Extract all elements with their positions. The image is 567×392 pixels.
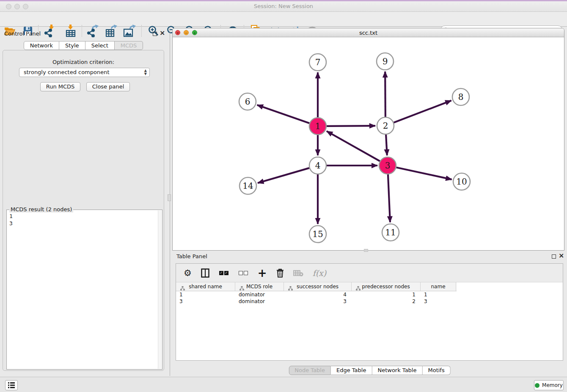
graph-node-2[interactable]: 2 bbox=[377, 117, 394, 134]
graph-node-4[interactable]: 4 bbox=[309, 157, 326, 174]
panel-divider bbox=[170, 28, 170, 376]
edge-3-1[interactable] bbox=[327, 131, 380, 161]
tab-mcds[interactable]: MCDS bbox=[115, 41, 143, 50]
mcds-result-group: MCDS result (2 nodes) 13 bbox=[6, 210, 162, 370]
graph-node-8[interactable]: 8 bbox=[452, 88, 469, 105]
plus-icon: + bbox=[258, 268, 267, 278]
graph-node-11[interactable]: 11 bbox=[382, 224, 399, 241]
table-cell[interactable]: dominator bbox=[235, 298, 284, 305]
close-table-panel-icon[interactable]: × bbox=[559, 252, 564, 259]
run-mcds-button[interactable]: Run MCDS bbox=[40, 82, 80, 91]
table-cell[interactable]: 1 bbox=[352, 291, 421, 298]
column-header-predecessor-nodes[interactable]: predecessor nodes bbox=[352, 282, 421, 291]
edge-4-14[interactable] bbox=[258, 168, 309, 183]
graph-node-7[interactable]: 7 bbox=[309, 54, 326, 71]
delete-table-button[interactable] bbox=[293, 267, 303, 279]
window-accent-strip bbox=[0, 0, 567, 1]
edge-1-2[interactable] bbox=[327, 126, 375, 126]
node-label: 11 bbox=[385, 227, 396, 237]
result-scrollbar[interactable] bbox=[158, 210, 162, 369]
node-label: 9 bbox=[383, 56, 388, 66]
network-canvas[interactable]: 1234678910111415 bbox=[173, 37, 564, 250]
node-label: 6 bbox=[245, 97, 250, 107]
tab-select[interactable]: Select bbox=[85, 41, 115, 50]
node-table: shared nameMCDS rolesuccessor nodesprede… bbox=[176, 282, 457, 305]
table-row[interactable]: 3dominator323 bbox=[176, 298, 457, 305]
graph-node-9[interactable]: 9 bbox=[377, 53, 394, 70]
column-header-shared-name[interactable]: shared name bbox=[176, 282, 235, 291]
edge-2-8[interactable] bbox=[394, 101, 451, 123]
edge-3-11[interactable] bbox=[388, 174, 390, 222]
column-header-successor-nodes[interactable]: successor nodes bbox=[284, 282, 352, 291]
checked-box-icon: ✓ bbox=[224, 271, 228, 275]
tab-network[interactable]: Network bbox=[24, 41, 59, 50]
node-label: 4 bbox=[315, 160, 321, 171]
table-cell[interactable]: 4 bbox=[284, 291, 352, 298]
show-panels-button[interactable] bbox=[5, 380, 18, 390]
node-label: 14 bbox=[242, 181, 253, 191]
table-cell[interactable]: 1 bbox=[421, 291, 456, 298]
edge-1-6[interactable] bbox=[257, 105, 310, 123]
graph-node-15[interactable]: 15 bbox=[309, 226, 326, 243]
table-cell[interactable]: 1 bbox=[176, 291, 235, 298]
graph-node-1[interactable]: 1 bbox=[309, 118, 326, 135]
graph-node-6[interactable]: 6 bbox=[239, 93, 256, 110]
node-label: 8 bbox=[458, 92, 464, 102]
graph-node-3[interactable]: 3 bbox=[379, 157, 396, 174]
function-icon: f(x) bbox=[313, 268, 327, 278]
edge-2-3[interactable] bbox=[386, 135, 387, 155]
select-all-rows-button[interactable]: ✓✓ bbox=[219, 267, 229, 279]
column-header-name[interactable]: name bbox=[421, 282, 456, 291]
edge-2-9[interactable] bbox=[385, 72, 385, 117]
vertical-splitter-handle[interactable] bbox=[168, 194, 171, 201]
graph-node-10[interactable]: 10 bbox=[453, 173, 470, 190]
add-column-button[interactable]: + bbox=[258, 267, 267, 279]
table-panel-title: Table Panel bbox=[176, 253, 207, 259]
float-table-panel-icon[interactable] bbox=[552, 254, 556, 259]
criterion-dropdown[interactable]: strongly connected component ▲▼ bbox=[19, 68, 150, 77]
node-table-container: ⚙ ✓✓ + bbox=[176, 263, 563, 361]
network-window-titlebar[interactable]: × − + scc.txt bbox=[173, 28, 564, 37]
tab-network-table[interactable]: Network Table bbox=[372, 366, 422, 375]
main-toolbar bbox=[0, 12, 567, 27]
memory-button[interactable]: Memory bbox=[534, 380, 564, 390]
window-title: Session: New Session bbox=[0, 3, 567, 9]
tab-style[interactable]: Style bbox=[59, 41, 85, 50]
trash-icon bbox=[276, 268, 284, 278]
column-header-mcds-role[interactable]: MCDS role bbox=[235, 282, 284, 291]
table-cell[interactable]: dominator bbox=[235, 291, 284, 298]
table-row[interactable]: 1dominator411 bbox=[176, 291, 457, 298]
tab-edge-table[interactable]: Edge Table bbox=[331, 366, 372, 375]
control-panel-tabs: NetworkStyleSelectMCDS bbox=[0, 41, 167, 50]
node-label: 3 bbox=[385, 160, 391, 171]
memory-label: Memory bbox=[542, 382, 563, 388]
control-panel: Control Panel × NetworkStyleSelectMCDS O… bbox=[0, 28, 167, 376]
mcds-tab-content: Optimization criterion: strongly connect… bbox=[3, 50, 164, 371]
node-label: 7 bbox=[315, 57, 321, 67]
mcds-result-text[interactable]: 13 bbox=[7, 211, 157, 369]
unchecked-box-icon bbox=[239, 271, 243, 275]
column-selector-button[interactable] bbox=[201, 267, 209, 279]
table-cell[interactable]: 2 bbox=[352, 298, 421, 305]
float-panel-icon[interactable] bbox=[153, 32, 157, 36]
table-cell[interactable]: 3 bbox=[421, 298, 456, 305]
delete-table-icon bbox=[293, 269, 303, 277]
tab-node-table[interactable]: Node Table bbox=[289, 366, 331, 375]
deselect-all-rows-button[interactable] bbox=[238, 267, 248, 279]
edge-3-10[interactable] bbox=[396, 167, 452, 179]
tab-motifs[interactable]: Motifs bbox=[422, 366, 450, 375]
node-label: 10 bbox=[456, 177, 467, 187]
graph-node-14[interactable]: 14 bbox=[239, 177, 256, 194]
node-label: 1 bbox=[315, 121, 321, 131]
table-panel-tabs: Node TableEdge TableNetwork TableMotifs bbox=[289, 366, 450, 375]
delete-columns-button[interactable] bbox=[276, 267, 284, 279]
table-cell[interactable]: 3 bbox=[284, 298, 352, 305]
unchecked-box-icon bbox=[244, 271, 248, 275]
close-panel-icon[interactable]: × bbox=[160, 30, 165, 36]
network-view-title: scc.txt bbox=[173, 30, 564, 36]
close-panel-button[interactable]: Close panel bbox=[86, 82, 130, 91]
table-toolbar: ⚙ ✓✓ + bbox=[176, 264, 563, 282]
column-settings-button[interactable]: ⚙ bbox=[184, 267, 192, 279]
function-builder-button[interactable]: f(x) bbox=[313, 267, 327, 279]
table-cell[interactable]: 3 bbox=[176, 298, 235, 305]
